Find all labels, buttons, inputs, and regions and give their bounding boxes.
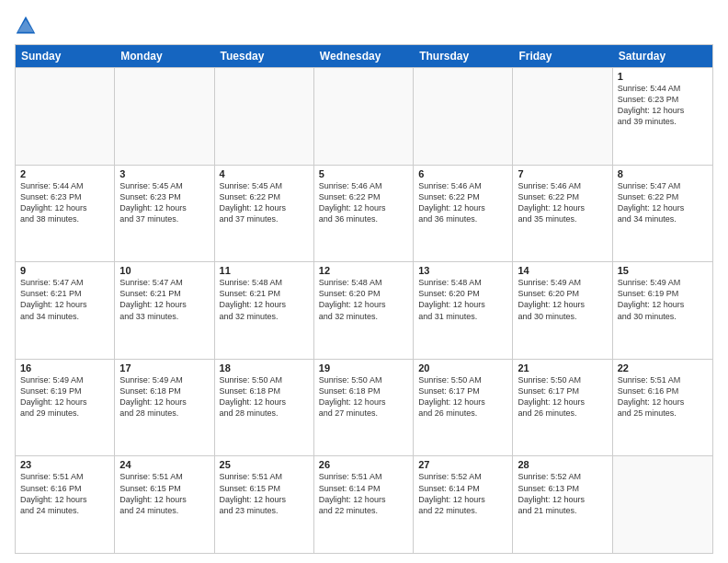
day-info: Sunrise: 5:46 AM Sunset: 6:22 PM Dayligh… [418,180,507,225]
day-info: Sunrise: 5:48 AM Sunset: 6:20 PM Dayligh… [418,277,507,322]
calendar-body: 1Sunrise: 5:44 AM Sunset: 6:23 PM Daylig… [16,67,712,553]
day-number: 2 [20,168,109,179]
day-cell-10: 10Sunrise: 5:47 AM Sunset: 6:21 PM Dayli… [115,262,214,359]
day-cell-8: 8Sunrise: 5:47 AM Sunset: 6:22 PM Daylig… [613,166,712,262]
day-cell-17: 17Sunrise: 5:49 AM Sunset: 6:18 PM Dayli… [115,360,214,456]
day-info: Sunrise: 5:45 AM Sunset: 6:22 PM Dayligh… [220,180,309,225]
day-number: 25 [220,459,309,470]
day-cell-27: 27Sunrise: 5:52 AM Sunset: 6:14 PM Dayli… [414,456,513,553]
day-number: 12 [319,265,408,276]
day-info: Sunrise: 5:51 AM Sunset: 6:15 PM Dayligh… [220,471,309,516]
day-number: 3 [119,168,209,179]
day-info: Sunrise: 5:49 AM Sunset: 6:19 PM Dayligh… [20,374,109,419]
day-cell-28: 28Sunrise: 5:52 AM Sunset: 6:13 PM Dayli… [513,456,612,553]
day-cell-13: 13Sunrise: 5:48 AM Sunset: 6:20 PM Dayli… [414,262,513,359]
day-cell-15: 15Sunrise: 5:49 AM Sunset: 6:19 PM Dayli… [613,262,712,359]
page: SundayMondayTuesdayWednesdayThursdayFrid… [0,0,728,563]
day-number: 18 [220,362,309,373]
day-cell-7: 7Sunrise: 5:46 AM Sunset: 6:22 PM Daylig… [513,166,612,262]
day-cell-9: 9Sunrise: 5:47 AM Sunset: 6:21 PM Daylig… [16,262,115,359]
day-info: Sunrise: 5:46 AM Sunset: 6:22 PM Dayligh… [518,180,607,225]
day-info: Sunrise: 5:51 AM Sunset: 6:15 PM Dayligh… [119,471,209,516]
day-cell-24: 24Sunrise: 5:51 AM Sunset: 6:15 PM Dayli… [115,456,214,553]
day-number: 14 [518,265,607,276]
day-cell-21: 21Sunrise: 5:50 AM Sunset: 6:17 PM Dayli… [513,360,612,456]
calendar-header: SundayMondayTuesdayWednesdayThursdayFrid… [16,45,712,67]
day-info: Sunrise: 5:49 AM Sunset: 6:19 PM Dayligh… [618,277,708,322]
day-info: Sunrise: 5:51 AM Sunset: 6:16 PM Dayligh… [618,374,708,419]
calendar-week-4: 16Sunrise: 5:49 AM Sunset: 6:19 PM Dayli… [16,359,712,456]
day-number: 17 [119,362,209,373]
day-number: 8 [618,168,708,179]
day-cell-16: 16Sunrise: 5:49 AM Sunset: 6:19 PM Dayli… [16,360,115,456]
day-info: Sunrise: 5:51 AM Sunset: 6:16 PM Dayligh… [20,471,109,516]
day-number: 21 [518,362,607,373]
day-info: Sunrise: 5:44 AM Sunset: 6:23 PM Dayligh… [20,180,109,225]
logo [15,15,40,37]
day-info: Sunrise: 5:52 AM Sunset: 6:13 PM Dayligh… [518,471,607,516]
logo-icon [15,15,37,37]
day-number: 19 [319,362,408,373]
day-info: Sunrise: 5:52 AM Sunset: 6:14 PM Dayligh… [418,471,507,516]
day-cell-20: 20Sunrise: 5:50 AM Sunset: 6:17 PM Dayli… [414,360,513,456]
weekday-header-thursday: Thursday [414,45,513,67]
day-info: Sunrise: 5:47 AM Sunset: 6:21 PM Dayligh… [119,277,209,322]
day-cell-25: 25Sunrise: 5:51 AM Sunset: 6:15 PM Dayli… [215,456,314,553]
day-cell-12: 12Sunrise: 5:48 AM Sunset: 6:20 PM Dayli… [314,262,414,359]
header [15,15,713,37]
empty-cell [215,68,314,165]
weekday-header-sunday: Sunday [16,45,115,67]
empty-cell [414,68,513,165]
day-number: 27 [418,459,507,470]
weekday-header-saturday: Saturday [613,45,712,67]
day-number: 13 [418,265,507,276]
day-cell-14: 14Sunrise: 5:49 AM Sunset: 6:20 PM Dayli… [513,262,612,359]
empty-cell [16,68,115,165]
day-info: Sunrise: 5:48 AM Sunset: 6:20 PM Dayligh… [319,277,408,322]
day-cell-19: 19Sunrise: 5:50 AM Sunset: 6:18 PM Dayli… [314,360,414,456]
calendar-week-2: 2Sunrise: 5:44 AM Sunset: 6:23 PM Daylig… [16,165,712,262]
day-number: 16 [20,362,109,373]
day-cell-3: 3Sunrise: 5:45 AM Sunset: 6:23 PM Daylig… [115,166,214,262]
day-number: 20 [418,362,507,373]
day-number: 9 [20,265,109,276]
day-number: 4 [220,168,309,179]
day-info: Sunrise: 5:45 AM Sunset: 6:23 PM Dayligh… [119,180,209,225]
day-cell-5: 5Sunrise: 5:46 AM Sunset: 6:22 PM Daylig… [314,166,414,262]
empty-cell [513,68,612,165]
day-info: Sunrise: 5:50 AM Sunset: 6:18 PM Dayligh… [319,374,408,419]
day-info: Sunrise: 5:50 AM Sunset: 6:17 PM Dayligh… [418,374,507,419]
day-cell-11: 11Sunrise: 5:48 AM Sunset: 6:21 PM Dayli… [215,262,314,359]
empty-cell [613,456,712,553]
day-info: Sunrise: 5:50 AM Sunset: 6:17 PM Dayligh… [518,374,607,419]
calendar-week-3: 9Sunrise: 5:47 AM Sunset: 6:21 PM Daylig… [16,261,712,359]
day-cell-2: 2Sunrise: 5:44 AM Sunset: 6:23 PM Daylig… [16,166,115,262]
day-info: Sunrise: 5:49 AM Sunset: 6:20 PM Dayligh… [518,277,607,322]
calendar: SundayMondayTuesdayWednesdayThursdayFrid… [15,44,713,554]
day-info: Sunrise: 5:47 AM Sunset: 6:21 PM Dayligh… [20,277,109,322]
weekday-header-friday: Friday [513,45,612,67]
day-cell-1: 1Sunrise: 5:44 AM Sunset: 6:23 PM Daylig… [613,68,712,165]
empty-cell [314,68,414,165]
day-number: 6 [418,168,507,179]
svg-marker-1 [17,19,33,32]
day-number: 15 [618,265,708,276]
day-info: Sunrise: 5:47 AM Sunset: 6:22 PM Dayligh… [618,180,708,225]
day-number: 7 [518,168,607,179]
day-cell-4: 4Sunrise: 5:45 AM Sunset: 6:22 PM Daylig… [215,166,314,262]
day-number: 26 [319,459,408,470]
day-cell-6: 6Sunrise: 5:46 AM Sunset: 6:22 PM Daylig… [414,166,513,262]
weekday-header-wednesday: Wednesday [314,45,414,67]
day-info: Sunrise: 5:44 AM Sunset: 6:23 PM Dayligh… [618,83,708,128]
empty-cell [115,68,214,165]
day-cell-23: 23Sunrise: 5:51 AM Sunset: 6:16 PM Dayli… [16,456,115,553]
day-number: 1 [618,71,708,82]
day-cell-26: 26Sunrise: 5:51 AM Sunset: 6:14 PM Dayli… [314,456,414,553]
day-info: Sunrise: 5:49 AM Sunset: 6:18 PM Dayligh… [119,374,209,419]
day-info: Sunrise: 5:48 AM Sunset: 6:21 PM Dayligh… [220,277,309,322]
day-number: 28 [518,459,607,470]
day-number: 11 [220,265,309,276]
weekday-header-monday: Monday [115,45,214,67]
day-cell-22: 22Sunrise: 5:51 AM Sunset: 6:16 PM Dayli… [613,360,712,456]
calendar-week-5: 23Sunrise: 5:51 AM Sunset: 6:16 PM Dayli… [16,455,712,553]
